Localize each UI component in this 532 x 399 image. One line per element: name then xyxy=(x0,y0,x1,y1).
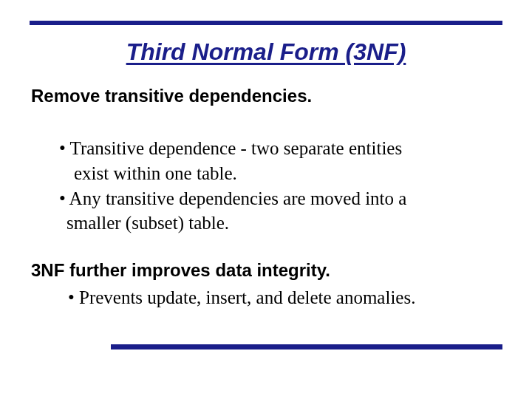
bullet-group-2: • Prevents update, insert, and delete an… xyxy=(68,285,482,310)
bullet-text: smaller (subset) table. xyxy=(59,211,488,236)
subheading-improves-integrity: 3NF further improves data integrity. xyxy=(31,260,330,281)
bullet-text: • Prevents update, insert, and delete an… xyxy=(68,287,415,307)
top-divider xyxy=(30,21,502,25)
bottom-divider xyxy=(111,344,502,349)
slide-title: Third Normal Form (3NF) xyxy=(0,38,532,66)
bullet-text: • Transitive dependence - two separate e… xyxy=(59,136,488,161)
bullet-text: exist within one table. xyxy=(59,161,488,186)
bullet-group-1: • Transitive dependence - two separate e… xyxy=(59,136,488,236)
subheading-remove-transitive: Remove transitive dependencies. xyxy=(31,86,312,106)
bullet-text: • Any transitive dependencies are moved … xyxy=(59,186,488,211)
